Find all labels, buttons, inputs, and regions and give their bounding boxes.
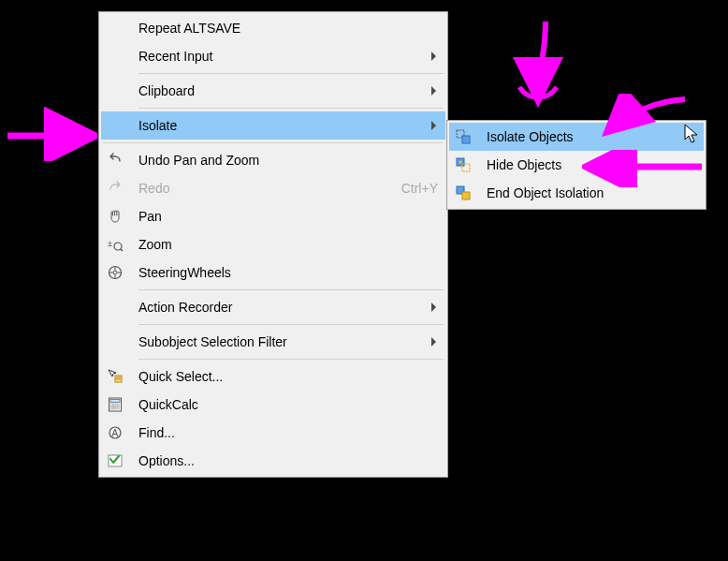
context-menu-main: Repeat ALTSAVE Recent Input Clipboard Is… bbox=[98, 11, 448, 478]
submenu-item-end-object-isolation[interactable]: End Object Isolation bbox=[449, 179, 704, 207]
undo-icon bbox=[107, 152, 124, 169]
separator bbox=[138, 359, 444, 360]
svg-rect-13 bbox=[110, 407, 113, 410]
menu-label: Isolate Objects bbox=[487, 129, 696, 144]
menu-item-recent-input[interactable]: Recent Input bbox=[101, 42, 445, 70]
menu-label: Hide Objects bbox=[487, 157, 696, 172]
submenu-arrow-icon bbox=[431, 86, 436, 96]
separator bbox=[138, 324, 444, 325]
menu-item-subobject-selection-filter[interactable]: Subobject Selection Filter bbox=[101, 328, 445, 356]
menu-shortcut: Ctrl+Y bbox=[401, 181, 438, 196]
menu-item-quick-select[interactable]: Quick Select... bbox=[101, 362, 445, 391]
separator bbox=[103, 142, 444, 143]
isolate-objects-icon bbox=[455, 128, 472, 145]
options-icon bbox=[107, 452, 124, 469]
svg-rect-11 bbox=[114, 404, 117, 406]
svg-rect-14 bbox=[114, 407, 117, 410]
menu-item-isolate[interactable]: Isolate bbox=[101, 111, 445, 140]
menu-item-quickcalc[interactable]: QuickCalc bbox=[101, 391, 445, 419]
find-icon: A bbox=[107, 424, 124, 441]
svg-rect-10 bbox=[110, 404, 113, 406]
annotation-arrow-down bbox=[501, 17, 575, 111]
menu-item-zoom[interactable]: ± Zoom bbox=[101, 230, 445, 258]
menu-item-repeat-altsave[interactable]: Repeat ALTSAVE bbox=[101, 14, 445, 42]
menu-item-action-recorder[interactable]: Action Recorder bbox=[101, 293, 445, 321]
menu-label: QuickCalc bbox=[138, 397, 438, 412]
menu-label: Quick Select... bbox=[138, 369, 438, 384]
menu-label: Recent Input bbox=[138, 49, 438, 64]
svg-rect-15 bbox=[117, 407, 120, 410]
menu-label: Clipboard bbox=[138, 83, 438, 98]
separator bbox=[138, 289, 444, 290]
svg-point-23 bbox=[459, 161, 462, 164]
context-menu-isolate-submenu: Isolate Objects Hide Objects End Object … bbox=[446, 120, 706, 210]
zoom-icon: ± bbox=[107, 236, 124, 253]
menu-label: Options... bbox=[138, 453, 438, 468]
separator bbox=[138, 73, 444, 74]
quickcalc-icon bbox=[107, 396, 124, 413]
svg-rect-20 bbox=[462, 136, 470, 143]
submenu-arrow-icon bbox=[431, 52, 436, 61]
hide-objects-icon bbox=[455, 156, 472, 173]
menu-item-steeringwheels[interactable]: SteeringWheels bbox=[101, 258, 445, 287]
menu-label: Zoom bbox=[138, 237, 438, 252]
menu-item-redo[interactable]: Redo Ctrl+Y bbox=[101, 174, 445, 202]
menu-label: Repeat ALTSAVE bbox=[138, 21, 438, 36]
svg-text:A: A bbox=[112, 428, 119, 438]
menu-label: Action Recorder bbox=[138, 300, 438, 315]
menu-label: Subobject Selection Filter bbox=[138, 334, 438, 349]
submenu-arrow-icon bbox=[431, 303, 436, 312]
quickselect-icon bbox=[107, 368, 124, 385]
svg-point-1 bbox=[114, 243, 122, 250]
svg-point-4 bbox=[113, 271, 117, 274]
menu-label: SteeringWheels bbox=[138, 265, 438, 280]
pan-icon bbox=[107, 208, 124, 225]
menu-label: Redo bbox=[138, 181, 390, 196]
menu-label: Pan bbox=[138, 209, 438, 224]
submenu-arrow-icon bbox=[431, 121, 436, 130]
menu-label: Find... bbox=[138, 425, 438, 440]
redo-icon bbox=[107, 180, 124, 197]
end-isolation-icon bbox=[455, 185, 472, 201]
menu-label: End Object Isolation bbox=[487, 185, 696, 200]
menu-label: Isolate bbox=[138, 118, 438, 133]
annotation-arrow-left bbox=[0, 105, 97, 161]
submenu-arrow-icon bbox=[431, 337, 436, 347]
menu-item-options[interactable]: Options... bbox=[101, 447, 445, 475]
svg-line-2 bbox=[121, 249, 123, 251]
separator bbox=[138, 108, 444, 109]
svg-text:±: ± bbox=[108, 239, 112, 248]
svg-rect-9 bbox=[110, 400, 120, 403]
svg-rect-25 bbox=[462, 192, 470, 199]
menu-item-find[interactable]: A Find... bbox=[101, 419, 445, 447]
menu-item-undo-pan-and-zoom[interactable]: Undo Pan and Zoom bbox=[101, 146, 445, 174]
steering-icon bbox=[107, 264, 124, 281]
menu-label: Undo Pan and Zoom bbox=[138, 153, 438, 168]
menu-item-clipboard[interactable]: Clipboard bbox=[101, 77, 445, 105]
svg-rect-12 bbox=[117, 404, 120, 406]
menu-item-pan[interactable]: Pan bbox=[101, 202, 445, 230]
submenu-item-isolate-objects[interactable]: Isolate Objects bbox=[449, 123, 704, 151]
submenu-item-hide-objects[interactable]: Hide Objects bbox=[449, 151, 704, 179]
